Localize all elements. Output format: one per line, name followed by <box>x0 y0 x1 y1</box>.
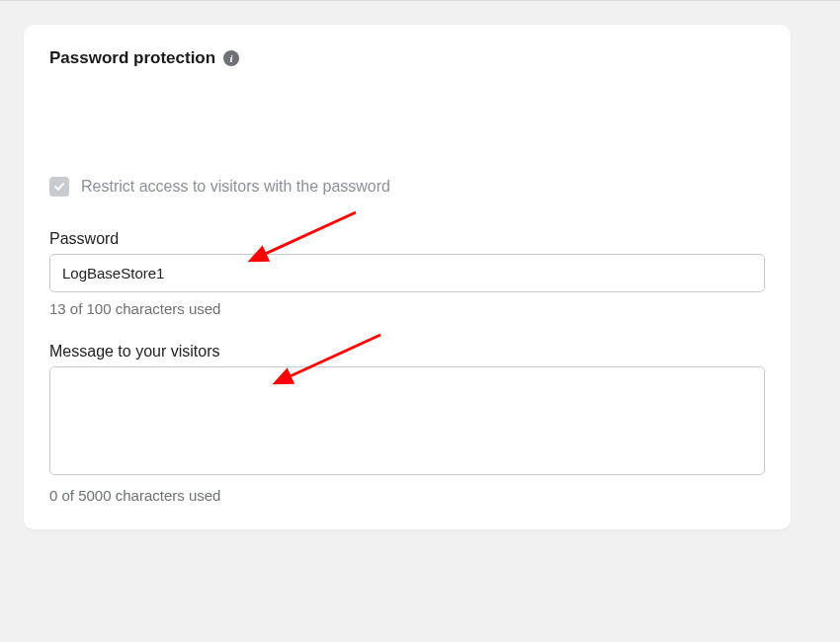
password-field-block: Password 13 of 100 characters used <box>49 230 765 317</box>
message-field-block: Message to your visitors 0 of 5000 chara… <box>49 343 765 504</box>
section-header: Password protection i <box>49 48 765 68</box>
message-textarea[interactable] <box>49 366 765 475</box>
restrict-access-row: Restrict access to visitors with the pas… <box>49 177 765 197</box>
restrict-access-checkbox[interactable] <box>49 177 69 197</box>
password-input[interactable] <box>49 254 765 292</box>
message-helper: 0 of 5000 characters used <box>49 487 765 504</box>
info-icon[interactable]: i <box>223 50 239 66</box>
settings-page: Password protection i Restrict access to… <box>0 0 840 642</box>
restrict-access-label: Restrict access to visitors with the pas… <box>81 178 390 196</box>
password-label: Password <box>49 230 765 248</box>
checkmark-icon <box>52 180 66 194</box>
password-helper: 13 of 100 characters used <box>49 300 765 317</box>
message-label: Message to your visitors <box>49 343 765 361</box>
section-title: Password protection <box>49 48 215 68</box>
password-protection-card: Password protection i Restrict access to… <box>24 25 791 529</box>
